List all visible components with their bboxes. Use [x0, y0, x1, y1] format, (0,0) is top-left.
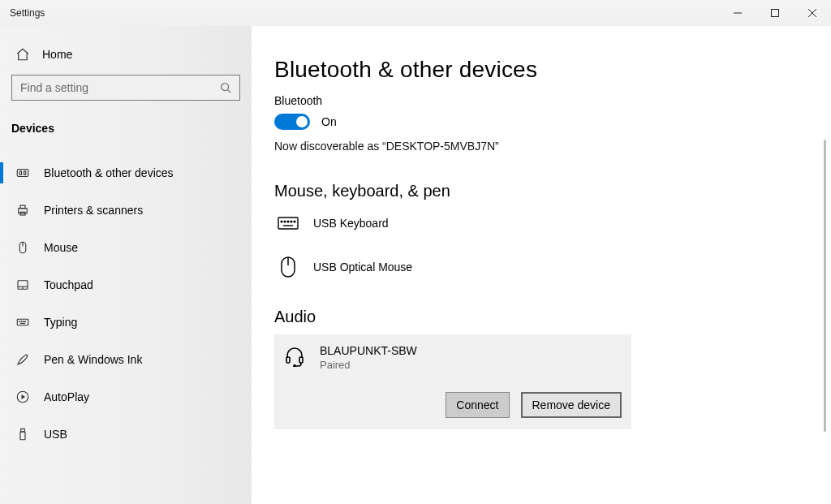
svg-marker-24 [22, 394, 26, 399]
search-placeholder: Find a setting [20, 81, 220, 94]
sidebar-item-label: Pen & Windows Ink [44, 353, 142, 366]
svg-point-28 [281, 221, 282, 222]
sidebar-item-label: Printers & scanners [44, 204, 143, 217]
device-name: USB Keyboard [313, 217, 389, 230]
page-title: Bluetooth & other devices [274, 57, 803, 83]
sidebar-item-mouse[interactable]: Mouse [0, 229, 252, 266]
nav-home[interactable]: Home [0, 41, 252, 75]
svg-point-19 [21, 321, 22, 322]
autoplay-icon [15, 390, 31, 404]
connect-button[interactable]: Connect [446, 392, 509, 418]
headset-icon [284, 344, 305, 367]
svg-point-4 [222, 84, 229, 91]
svg-rect-6 [17, 170, 28, 177]
svg-rect-9 [19, 209, 28, 213]
sidebar-item-printers[interactable]: Printers & scanners [0, 192, 252, 229]
printer-icon [15, 203, 31, 218]
bluetooth-devices-icon [15, 166, 31, 180]
svg-rect-8 [24, 171, 26, 175]
bluetooth-toggle-state-label: On [321, 115, 337, 128]
window-minimize-button[interactable] [719, 0, 756, 26]
svg-point-38 [294, 365, 295, 367]
search-icon [220, 82, 231, 93]
svg-rect-36 [286, 357, 290, 363]
svg-point-18 [19, 321, 20, 322]
window-close-button[interactable] [794, 0, 831, 26]
svg-rect-7 [19, 171, 21, 175]
title-bar: Settings [0, 0, 831, 26]
svg-point-30 [287, 221, 289, 222]
main-content: Bluetooth & other devices Bluetooth On N… [252, 26, 831, 504]
sidebar-item-pen-ink[interactable]: Pen & Windows Ink [0, 341, 252, 378]
sidebar-item-label: Bluetooth & other devices [44, 166, 174, 179]
audio-device-status: Paired [320, 359, 417, 371]
svg-rect-26 [20, 432, 25, 440]
mouse-icon [278, 256, 299, 278]
device-row-usb-optical-mouse[interactable]: USB Optical Mouse [274, 249, 631, 296]
sidebar-section-title: Devices [0, 122, 252, 143]
mouse-icon [15, 240, 31, 255]
sidebar-item-touchpad[interactable]: Touchpad [0, 266, 252, 304]
keyboard-icon [278, 215, 299, 231]
sidebar-nav: Bluetooth & other devices Printers & sca… [0, 154, 252, 453]
svg-rect-17 [17, 319, 28, 325]
device-row-usb-keyboard[interactable]: USB Keyboard [274, 209, 631, 249]
keyboard-icon [15, 315, 31, 330]
svg-line-5 [228, 90, 231, 93]
svg-point-31 [291, 221, 292, 222]
home-icon [15, 47, 31, 62]
sidebar-item-label: Mouse [44, 241, 78, 254]
group-title-audio: Audio [274, 308, 803, 326]
sidebar: Home Find a setting Devices Bluetooth & … [0, 26, 252, 504]
bluetooth-discoverable-text: Now discoverable as “DESKTOP-5MVBJ7N” [274, 140, 803, 153]
sidebar-item-label: USB [44, 428, 67, 441]
svg-point-20 [23, 321, 24, 322]
audio-device-card[interactable]: BLAUPUNKT-SBW Paired Connect Remove devi… [274, 334, 631, 429]
device-name: USB Optical Mouse [313, 261, 412, 274]
touchpad-icon [15, 278, 31, 292]
sidebar-item-typing[interactable]: Typing [0, 304, 252, 341]
svg-rect-37 [299, 357, 303, 363]
group-title-mkp: Mouse, keyboard, & pen [274, 182, 803, 200]
nav-home-label: Home [42, 48, 72, 61]
window-maximize-button[interactable] [756, 0, 794, 26]
svg-rect-27 [278, 218, 298, 229]
svg-rect-1 [772, 10, 779, 17]
pen-icon [15, 352, 31, 367]
usb-icon [15, 427, 31, 442]
remove-device-button[interactable]: Remove device [521, 392, 622, 418]
sidebar-item-bluetooth-devices[interactable]: Bluetooth & other devices [0, 154, 252, 192]
svg-rect-10 [20, 205, 25, 209]
bluetooth-heading: Bluetooth [274, 94, 803, 107]
audio-device-name: BLAUPUNKT-SBW [320, 344, 417, 357]
sidebar-item-usb[interactable]: USB [0, 416, 252, 453]
svg-point-32 [294, 221, 295, 222]
svg-point-21 [25, 321, 26, 322]
sidebar-item-autoplay[interactable]: AutoPlay [0, 378, 252, 416]
bluetooth-toggle[interactable] [274, 114, 310, 130]
sidebar-item-label: Touchpad [44, 278, 93, 291]
sidebar-item-label: AutoPlay [44, 390, 89, 403]
svg-point-29 [284, 221, 286, 222]
sidebar-item-label: Typing [44, 316, 77, 329]
search-input[interactable]: Find a setting [11, 75, 240, 101]
scrollbar-vertical[interactable] [824, 140, 826, 432]
window-title: Settings [10, 7, 45, 19]
